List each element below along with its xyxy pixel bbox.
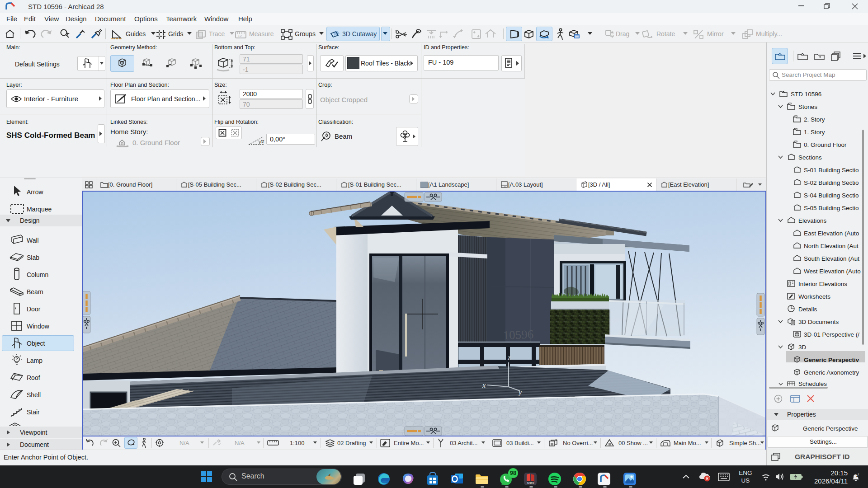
- svg-text:M365: M365: [527, 482, 534, 484]
- svg-text:x: x: [482, 381, 486, 389]
- svg-text:z: z: [858, 473, 859, 476]
- svg-text:α: α: [260, 137, 264, 145]
- svg-text:12: 12: [238, 34, 242, 38]
- svg-text:z: z: [507, 354, 511, 361]
- svg-text:y: y: [518, 388, 522, 396]
- svg-text:10596: 10596: [503, 328, 534, 342]
